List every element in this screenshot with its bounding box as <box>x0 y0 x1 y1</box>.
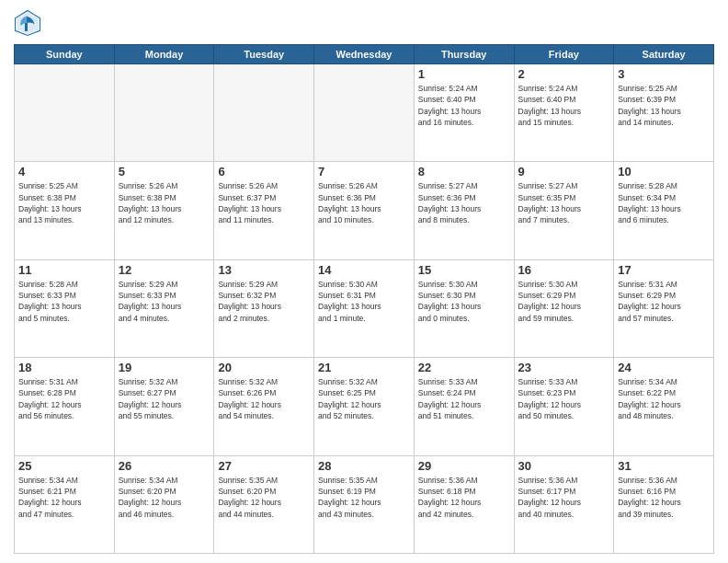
header <box>14 9 714 37</box>
day-info: Sunrise: 5:36 AM Sunset: 6:18 PM Dayligh… <box>418 475 510 520</box>
day-info: Sunrise: 5:36 AM Sunset: 6:17 PM Dayligh… <box>518 475 610 520</box>
calendar-cell: 6Sunrise: 5:26 AM Sunset: 6:37 PM Daylig… <box>214 162 314 259</box>
calendar-cell: 20Sunrise: 5:32 AM Sunset: 6:26 PM Dayli… <box>214 358 314 455</box>
day-info: Sunrise: 5:32 AM Sunset: 6:27 PM Dayligh… <box>119 376 210 421</box>
day-number: 13 <box>218 263 310 277</box>
calendar-cell: 26Sunrise: 5:34 AM Sunset: 6:20 PM Dayli… <box>114 455 214 553</box>
day-number: 4 <box>18 165 110 178</box>
calendar-cell: 17Sunrise: 5:31 AM Sunset: 6:29 PM Dayli… <box>614 259 714 357</box>
day-number: 14 <box>318 263 410 277</box>
day-number: 1 <box>418 67 510 81</box>
calendar-cell: 5Sunrise: 5:26 AM Sunset: 6:38 PM Daylig… <box>114 162 214 259</box>
calendar-cell: 9Sunrise: 5:27 AM Sunset: 6:35 PM Daylig… <box>514 162 614 259</box>
day-number: 23 <box>518 361 610 374</box>
day-number: 19 <box>119 361 210 374</box>
calendar-cell: 2Sunrise: 5:24 AM Sunset: 6:40 PM Daylig… <box>514 64 614 162</box>
calendar-cell: 11Sunrise: 5:28 AM Sunset: 6:33 PM Dayli… <box>15 259 115 357</box>
day-number: 11 <box>18 263 110 277</box>
calendar-cell: 16Sunrise: 5:30 AM Sunset: 6:29 PM Dayli… <box>514 259 614 357</box>
calendar-cell: 8Sunrise: 5:27 AM Sunset: 6:36 PM Daylig… <box>414 162 514 259</box>
calendar-cell: 31Sunrise: 5:36 AM Sunset: 6:16 PM Dayli… <box>614 455 714 553</box>
day-number: 18 <box>18 361 110 374</box>
calendar-cell: 13Sunrise: 5:29 AM Sunset: 6:32 PM Dayli… <box>214 259 314 357</box>
day-number: 27 <box>218 459 310 473</box>
day-number: 26 <box>119 459 210 473</box>
svg-rect-2 <box>25 23 28 31</box>
day-info: Sunrise: 5:25 AM Sunset: 6:39 PM Dayligh… <box>618 83 710 128</box>
day-info: Sunrise: 5:26 AM Sunset: 6:38 PM Dayligh… <box>119 180 210 225</box>
day-info: Sunrise: 5:29 AM Sunset: 6:33 PM Dayligh… <box>119 279 210 324</box>
calendar-cell: 23Sunrise: 5:33 AM Sunset: 6:23 PM Dayli… <box>514 358 614 455</box>
week-row-2: 11Sunrise: 5:28 AM Sunset: 6:33 PM Dayli… <box>15 259 714 357</box>
page: SundayMondayTuesdayWednesdayThursdayFrid… <box>0 0 728 563</box>
calendar-cell <box>15 64 115 162</box>
day-info: Sunrise: 5:31 AM Sunset: 6:29 PM Dayligh… <box>618 279 710 324</box>
day-number: 10 <box>618 165 710 178</box>
day-info: Sunrise: 5:33 AM Sunset: 6:23 PM Dayligh… <box>518 376 610 421</box>
calendar-cell: 21Sunrise: 5:32 AM Sunset: 6:25 PM Dayli… <box>314 358 415 455</box>
day-info: Sunrise: 5:36 AM Sunset: 6:16 PM Dayligh… <box>618 475 710 520</box>
day-number: 12 <box>119 263 210 277</box>
logo-icon <box>14 9 41 37</box>
day-info: Sunrise: 5:33 AM Sunset: 6:24 PM Dayligh… <box>418 376 510 421</box>
day-header-sunday: Sunday <box>15 45 115 64</box>
day-number: 16 <box>518 263 610 277</box>
calendar-cell: 28Sunrise: 5:35 AM Sunset: 6:19 PM Dayli… <box>314 455 415 553</box>
day-info: Sunrise: 5:24 AM Sunset: 6:40 PM Dayligh… <box>418 83 510 128</box>
day-number: 8 <box>418 165 510 178</box>
calendar-cell: 19Sunrise: 5:32 AM Sunset: 6:27 PM Dayli… <box>114 358 214 455</box>
day-info: Sunrise: 5:28 AM Sunset: 6:33 PM Dayligh… <box>18 279 110 324</box>
day-info: Sunrise: 5:28 AM Sunset: 6:34 PM Dayligh… <box>618 180 710 225</box>
day-number: 3 <box>618 67 710 81</box>
calendar-cell: 12Sunrise: 5:29 AM Sunset: 6:33 PM Dayli… <box>114 259 214 357</box>
day-info: Sunrise: 5:34 AM Sunset: 6:21 PM Dayligh… <box>18 475 110 520</box>
day-header-friday: Friday <box>514 45 614 64</box>
day-header-thursday: Thursday <box>414 45 514 64</box>
calendar-cell: 27Sunrise: 5:35 AM Sunset: 6:20 PM Dayli… <box>214 455 314 553</box>
calendar-cell: 24Sunrise: 5:34 AM Sunset: 6:22 PM Dayli… <box>614 358 714 455</box>
day-info: Sunrise: 5:30 AM Sunset: 6:29 PM Dayligh… <box>518 279 610 324</box>
day-info: Sunrise: 5:35 AM Sunset: 6:19 PM Dayligh… <box>318 475 410 520</box>
day-info: Sunrise: 5:32 AM Sunset: 6:26 PM Dayligh… <box>218 376 310 421</box>
day-number: 25 <box>18 459 110 473</box>
day-number: 6 <box>218 165 310 178</box>
week-row-3: 18Sunrise: 5:31 AM Sunset: 6:28 PM Dayli… <box>15 358 714 455</box>
calendar-cell: 30Sunrise: 5:36 AM Sunset: 6:17 PM Dayli… <box>514 455 614 553</box>
logo <box>14 9 45 37</box>
day-info: Sunrise: 5:31 AM Sunset: 6:28 PM Dayligh… <box>18 376 110 421</box>
day-info: Sunrise: 5:27 AM Sunset: 6:35 PM Dayligh… <box>518 180 610 225</box>
day-info: Sunrise: 5:34 AM Sunset: 6:22 PM Dayligh… <box>618 376 710 421</box>
calendar-header-row: SundayMondayTuesdayWednesdayThursdayFrid… <box>15 45 714 64</box>
day-number: 29 <box>418 459 510 473</box>
calendar-cell: 15Sunrise: 5:30 AM Sunset: 6:30 PM Dayli… <box>414 259 514 357</box>
day-header-wednesday: Wednesday <box>314 45 415 64</box>
week-row-4: 25Sunrise: 5:34 AM Sunset: 6:21 PM Dayli… <box>15 455 714 553</box>
calendar-cell: 3Sunrise: 5:25 AM Sunset: 6:39 PM Daylig… <box>614 64 714 162</box>
calendar-cell: 14Sunrise: 5:30 AM Sunset: 6:31 PM Dayli… <box>314 259 415 357</box>
day-number: 9 <box>518 165 610 178</box>
day-number: 20 <box>218 361 310 374</box>
calendar-cell: 7Sunrise: 5:26 AM Sunset: 6:36 PM Daylig… <box>314 162 415 259</box>
day-number: 22 <box>418 361 510 374</box>
day-number: 21 <box>318 361 410 374</box>
day-header-tuesday: Tuesday <box>214 45 314 64</box>
day-info: Sunrise: 5:32 AM Sunset: 6:25 PM Dayligh… <box>318 376 410 421</box>
calendar-table: SundayMondayTuesdayWednesdayThursdayFrid… <box>14 44 714 554</box>
calendar-cell: 10Sunrise: 5:28 AM Sunset: 6:34 PM Dayli… <box>614 162 714 259</box>
week-row-1: 4Sunrise: 5:25 AM Sunset: 6:38 PM Daylig… <box>15 162 714 259</box>
day-info: Sunrise: 5:26 AM Sunset: 6:37 PM Dayligh… <box>218 180 310 225</box>
day-number: 28 <box>318 459 410 473</box>
day-info: Sunrise: 5:27 AM Sunset: 6:36 PM Dayligh… <box>418 180 510 225</box>
calendar-cell <box>114 64 214 162</box>
day-header-saturday: Saturday <box>614 45 714 64</box>
day-info: Sunrise: 5:34 AM Sunset: 6:20 PM Dayligh… <box>119 475 210 520</box>
calendar-cell: 25Sunrise: 5:34 AM Sunset: 6:21 PM Dayli… <box>15 455 115 553</box>
day-number: 2 <box>518 67 610 81</box>
day-number: 30 <box>518 459 610 473</box>
day-info: Sunrise: 5:30 AM Sunset: 6:31 PM Dayligh… <box>318 279 410 324</box>
day-info: Sunrise: 5:29 AM Sunset: 6:32 PM Dayligh… <box>218 279 310 324</box>
day-number: 24 <box>618 361 710 374</box>
day-info: Sunrise: 5:30 AM Sunset: 6:30 PM Dayligh… <box>418 279 510 324</box>
calendar-cell: 4Sunrise: 5:25 AM Sunset: 6:38 PM Daylig… <box>15 162 115 259</box>
calendar-cell: 22Sunrise: 5:33 AM Sunset: 6:24 PM Dayli… <box>414 358 514 455</box>
